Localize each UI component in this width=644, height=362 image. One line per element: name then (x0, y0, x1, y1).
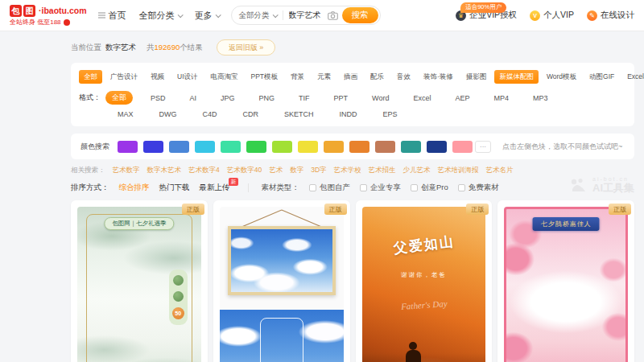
color-swatch[interactable] (427, 141, 447, 153)
format-option[interactable]: C4D (196, 109, 224, 120)
format-option[interactable]: 全部 (105, 91, 133, 105)
related-term[interactable]: 艺术培训海报 (438, 166, 479, 175)
nav-home[interactable]: 首页 (98, 10, 126, 22)
format-option[interactable]: Excel (407, 93, 437, 104)
related-term[interactable]: 3D字 (311, 166, 326, 175)
format-option[interactable]: PNG (253, 93, 282, 104)
checkbox-icon[interactable] (360, 184, 367, 191)
seal-icon (173, 291, 184, 302)
logo-tu-icon: 图 (23, 5, 35, 17)
category-tag[interactable]: 摄影图 (461, 70, 492, 84)
checkbox-icon[interactable] (411, 184, 418, 191)
format-option[interactable]: DWG (153, 109, 184, 120)
format-option[interactable]: TIF (292, 93, 316, 104)
format-option[interactable]: JPG (214, 93, 242, 104)
site-logo[interactable]: 包 图 ·ibaotu.com 全站终身 低至188 (10, 5, 87, 26)
category-tag[interactable]: 电商淘宝 (206, 70, 243, 84)
color-swatch[interactable] (349, 141, 369, 153)
sort-option-comprehensive[interactable]: 综合排序 (119, 183, 150, 193)
color-swatch[interactable] (246, 141, 266, 153)
checkbox-icon[interactable] (309, 184, 316, 191)
related-term[interactable]: 数字木艺术 (147, 166, 182, 175)
sort-option-popular[interactable]: 热门下载 (159, 183, 190, 193)
format-option[interactable]: MP3 (526, 93, 555, 104)
chevron-down-icon (215, 12, 221, 18)
category-tag[interactable]: Word模板 (542, 70, 581, 84)
sort-option-newest[interactable]: 最新上传 新 (200, 183, 230, 193)
format-option[interactable]: Word (365, 93, 395, 104)
format-option[interactable]: AI (184, 93, 204, 104)
more-colors-button[interactable]: ··· (475, 141, 491, 153)
format-option[interactable]: PPT (328, 93, 355, 104)
related-term[interactable]: 艺术学校 (334, 166, 361, 175)
related-term[interactable]: 艺术招生 (369, 166, 396, 175)
clouds-artwork (231, 229, 332, 292)
format-option[interactable]: AEP (448, 93, 476, 104)
related-term[interactable]: 艺术数字4 (188, 166, 220, 175)
color-swatch[interactable] (272, 141, 292, 153)
search-button[interactable]: 搜索 (342, 7, 378, 23)
licensed-badge: 正版 (609, 204, 631, 215)
online-design-link[interactable]: ✎ 在线设计 (587, 10, 634, 21)
color-swatch[interactable] (401, 141, 421, 153)
category-tag[interactable]: Excel模板 (622, 70, 644, 84)
color-swatch[interactable] (195, 141, 215, 153)
category-tag[interactable]: 音效 (392, 70, 415, 84)
poster-title: 父爱如山 (362, 228, 486, 262)
category-tag[interactable]: 背景 (286, 70, 309, 84)
personal-vip-link[interactable]: V 个人VIP (530, 10, 574, 21)
category-tag[interactable]: 全部 (79, 70, 102, 84)
poster-subtitle: 谢谢你，老爸 (362, 271, 486, 279)
format-option[interactable]: CDR (237, 109, 266, 120)
search-category-select[interactable]: 全部分类 (239, 10, 277, 21)
format-option[interactable]: MP4 (487, 93, 515, 104)
color-swatch[interactable] (118, 141, 138, 153)
paw-icon (570, 178, 588, 192)
back-to-old-version-button[interactable]: 返回旧版 » (217, 39, 276, 56)
category-tag[interactable]: 动图GIF (584, 70, 619, 84)
format-option[interactable]: SKETCH (278, 109, 320, 120)
format-option[interactable]: EPS (377, 109, 404, 120)
nav-more[interactable]: 更多 (195, 10, 220, 22)
category-tag[interactable]: UI设计 (172, 70, 203, 84)
enterprise-vip-link[interactable]: 适合90%用户 ♛ 企业VIP授权 (456, 10, 517, 21)
material-type-creative-pro[interactable]: 创意Pro (411, 183, 448, 193)
color-swatch[interactable] (221, 141, 241, 153)
related-term[interactable]: 艺术 (269, 166, 283, 175)
color-swatch[interactable] (143, 141, 163, 153)
material-type-free[interactable]: 免费素材 (458, 183, 499, 193)
result-card-sky-clouds[interactable]: 正版 (213, 200, 350, 362)
promo-dot-icon (64, 19, 70, 26)
result-card-qixi-gift[interactable]: 正版 包图网｜七夕礼遇季 50 (71, 200, 208, 362)
color-swatch[interactable] (298, 141, 318, 153)
material-type-enterprise[interactable]: 企业专享 (360, 183, 401, 193)
related-term[interactable]: 艺术数字 (113, 166, 140, 175)
result-card-qixi-sale[interactable]: 正版 七夕鹊桥惠佳人 20 七夕钜惠 (497, 200, 634, 362)
search-input[interactable] (289, 11, 328, 20)
related-term[interactable]: 艺术名片 (486, 166, 514, 175)
material-type-self-produced[interactable]: 包图自产 (309, 183, 350, 193)
result-card-fathers-day[interactable]: 正版 父爱如山 谢谢你，老爸 Father's Day (356, 200, 493, 362)
related-term[interactable]: 数字 (290, 166, 303, 175)
format-option[interactable]: PSD (144, 93, 172, 104)
related-term[interactable]: 艺术数字40 (227, 166, 262, 175)
checkbox-icon[interactable] (458, 184, 465, 191)
camera-icon[interactable] (328, 11, 338, 20)
category-tag[interactable]: 视频 (146, 70, 169, 84)
format-option[interactable]: INDD (333, 109, 364, 120)
color-swatch[interactable] (324, 141, 344, 153)
color-swatch[interactable] (169, 141, 189, 153)
color-swatch[interactable] (375, 141, 395, 153)
category-tag[interactable]: 配乐 (365, 70, 389, 84)
nav-all-categories[interactable]: 全部分类 (139, 10, 182, 22)
side-button-column: 50 (169, 269, 188, 325)
format-option[interactable]: MAX (111, 109, 140, 120)
category-tag[interactable]: 新媒体配图 (494, 70, 539, 84)
category-tag[interactable]: PPT模板 (246, 70, 283, 84)
category-tag[interactable]: 装饰·装修 (419, 70, 458, 84)
category-tag[interactable]: 插画 (339, 70, 362, 84)
category-tag[interactable]: 元素 (312, 70, 336, 84)
related-term[interactable]: 少儿艺术 (403, 166, 431, 175)
category-tag[interactable]: 广告设计 (105, 70, 142, 84)
color-swatch[interactable] (452, 141, 473, 153)
